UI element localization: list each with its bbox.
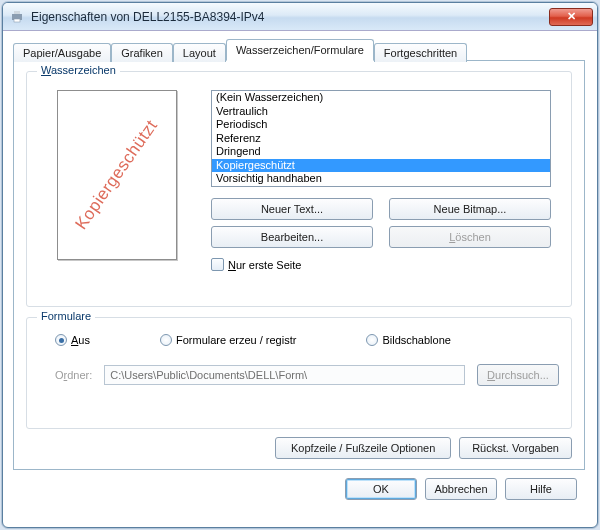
first-page-only-label: Nur erste Seite <box>228 259 301 271</box>
watermark-option[interactable]: Kopiergeschützt <box>212 159 550 173</box>
tab-watermark-forms[interactable]: Wasserzeichen/Formulare <box>226 39 374 61</box>
radio-create-register[interactable]: Formulare erzeu / registr <box>160 334 296 346</box>
close-icon: ✕ <box>567 10 576 23</box>
printer-icon <box>9 9 25 25</box>
radio-image-overlay[interactable]: Bildschablone <box>366 334 451 346</box>
watermark-listbox[interactable]: (Kein Wasserzeichen)VertraulichPeriodisc… <box>211 90 551 187</box>
dialog-button-row: OK Abbrechen Hilfe <box>13 470 587 500</box>
header-footer-options-button[interactable]: Kopfzeile / Fußzeile Optionen <box>275 437 451 459</box>
close-button[interactable]: ✕ <box>549 8 593 26</box>
new-bitmap-button[interactable]: Neue Bitmap... <box>389 198 551 220</box>
folder-label: Ordner: <box>55 369 92 381</box>
ok-button[interactable]: OK <box>345 478 417 500</box>
watermark-preview: Kopiergeschützt <box>57 90 177 260</box>
help-button[interactable]: Hilfe <box>505 478 577 500</box>
tab-page-watermark: Wasserzeichen Kopiergeschützt (Kein Wass… <box>13 60 585 470</box>
radio-create-label: Formulare erzeu / registr <box>176 334 296 346</box>
delete-button: Löschen <box>389 226 551 248</box>
client-area: Papier/Ausgabe Grafiken Layout Wasserzei… <box>3 31 597 508</box>
group-watermark-legend: Wasserzeichen <box>37 64 120 76</box>
page-bottom-buttons: Kopfzeile / Fußzeile Optionen Rückst. Vo… <box>275 437 572 459</box>
watermark-option[interactable]: Vorsichtig handhaben <box>212 172 550 186</box>
folder-path-field: C:\Users\Public\Documents\DELL\Form\ <box>104 365 465 385</box>
watermark-button-grid: Neuer Text... Neue Bitmap... Bearbeiten.… <box>211 198 553 248</box>
tab-paper-output[interactable]: Papier/Ausgabe <box>13 43 111 62</box>
group-forms: Formulare Aus Formulare erzeu / registr … <box>26 317 572 429</box>
first-page-only-checkbox[interactable] <box>211 258 224 271</box>
radio-create-indicator <box>160 334 172 346</box>
tab-advanced[interactable]: Fortgeschritten <box>374 43 467 62</box>
first-page-only-row: Nur erste Seite <box>211 258 301 271</box>
watermark-option[interactable]: (Kein Wasserzeichen) <box>212 91 550 105</box>
watermark-preview-text: Kopiergeschützt <box>72 116 163 233</box>
watermark-option[interactable]: Vertraulich <box>212 105 550 119</box>
radio-overlay-indicator <box>366 334 378 346</box>
edit-button[interactable]: Bearbeiten... <box>211 226 373 248</box>
restore-defaults-button[interactable]: Rückst. Vorgaben <box>459 437 572 459</box>
watermark-option[interactable]: Referenz <box>212 132 550 146</box>
radio-overlay-label: Bildschablone <box>382 334 451 346</box>
new-text-button[interactable]: Neuer Text... <box>211 198 373 220</box>
svg-rect-1 <box>14 11 20 14</box>
forms-radio-group: Aus Formulare erzeu / registr Bildschabl… <box>55 334 559 346</box>
window-title: Eigenschaften von DELL2155-BA8394-IPv4 <box>31 10 549 24</box>
cancel-button[interactable]: Abbrechen <box>425 478 497 500</box>
svg-rect-2 <box>14 19 20 22</box>
group-forms-legend: Formulare <box>37 310 95 322</box>
watermark-option[interactable]: Dringend <box>212 145 550 159</box>
tab-graphics[interactable]: Grafiken <box>111 43 173 62</box>
watermark-option[interactable]: Periodisch <box>212 118 550 132</box>
folder-row: Ordner: C:\Users\Public\Documents\DELL\F… <box>55 364 559 386</box>
radio-off[interactable]: Aus <box>55 334 90 346</box>
radio-off-indicator <box>55 334 67 346</box>
properties-dialog: Eigenschaften von DELL2155-BA8394-IPv4 ✕… <box>2 2 598 528</box>
group-watermark: Wasserzeichen Kopiergeschützt (Kein Wass… <box>26 71 572 307</box>
radio-off-label: Aus <box>71 334 90 346</box>
browse-button: Durchsuch... <box>477 364 559 386</box>
titlebar[interactable]: Eigenschaften von DELL2155-BA8394-IPv4 ✕ <box>3 3 597 31</box>
tab-layout[interactable]: Layout <box>173 43 226 62</box>
tabstrip: Papier/Ausgabe Grafiken Layout Wasserzei… <box>13 39 587 61</box>
